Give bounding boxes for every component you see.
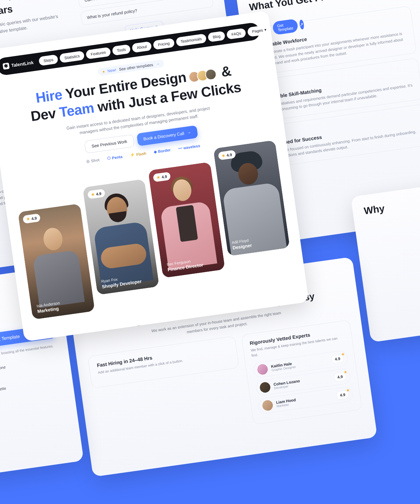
nav-item[interactable]: Pricing <box>153 38 175 50</box>
see-previous-work-button[interactable]: See Previous Work <box>84 134 134 153</box>
faq-question: Can I distribute this product? <box>84 0 138 3</box>
profile-card[interactable]: 4.9 Isla AndersonMarketing <box>18 203 95 320</box>
nav-pages-dropdown[interactable]: Pages▾ <box>247 24 272 37</box>
avatar <box>257 363 268 375</box>
brand-shot: ◎ Shot <box>86 157 100 163</box>
arrow-icon: ↗ <box>299 21 304 28</box>
avatar-group <box>191 68 217 83</box>
rating-badge: 4.9 <box>331 354 344 364</box>
book-discovery-call-button[interactable]: Book a Discovery Call → <box>136 125 198 146</box>
nav-item[interactable]: Testimonials <box>176 34 207 47</box>
profile-card[interactable]: 4.9 Ryan FoxShopify Developer <box>82 179 159 295</box>
profile-card[interactable]: 4.9 Adil FloydDesigner <box>213 140 290 256</box>
rating-badge: 4.9 <box>336 390 349 400</box>
nav-item[interactable]: Tools <box>112 44 131 56</box>
brand-penta: ⬡ Penta <box>107 154 122 161</box>
nav-item[interactable]: Statistics <box>59 51 85 63</box>
avatar <box>262 399 274 411</box>
brand-flash: ⚡ Flash <box>130 151 147 158</box>
nav-item[interactable]: Features <box>86 47 111 59</box>
faq-question: What is your refund policy? <box>86 8 137 20</box>
blog-panel: Why <box>351 176 420 342</box>
brand-waveless: 〰 waveless <box>178 143 201 151</box>
nav-item[interactable]: About <box>132 41 152 53</box>
faq-subtext: Easily find answers to basic queries wit… <box>0 12 69 42</box>
arrow-right-icon: → <box>156 62 160 66</box>
feature-list: ▭Desktop, Tablet & Phone ◧UI Elements ◐M… <box>0 354 66 431</box>
nav-item[interactable]: Blog <box>208 31 225 42</box>
caret-down-icon: ▾ <box>264 27 267 32</box>
avatar <box>259 382 271 393</box>
logo-icon <box>2 63 9 70</box>
hero-panel: TalentLink Steps Statistics Features Too… <box>0 10 309 342</box>
profile-card[interactable]: 4.9 Bec FergusonFinance Director <box>148 162 225 278</box>
vetted-experts-block: Rigorously Vetted Experts We find, manag… <box>241 320 362 425</box>
rating-badge: 4.9 <box>333 372 346 382</box>
brand-border: ◆ Border <box>154 147 171 154</box>
brand-logo[interactable]: TalentLink <box>0 59 37 70</box>
nav-item[interactable]: Steps <box>38 54 58 66</box>
nav-item[interactable]: FAQs <box>226 28 246 40</box>
fast-hiring-block: Fast Hiring in 24–48 Hrs Add an addition… <box>88 336 239 388</box>
arrow-right-icon: → <box>187 130 191 135</box>
